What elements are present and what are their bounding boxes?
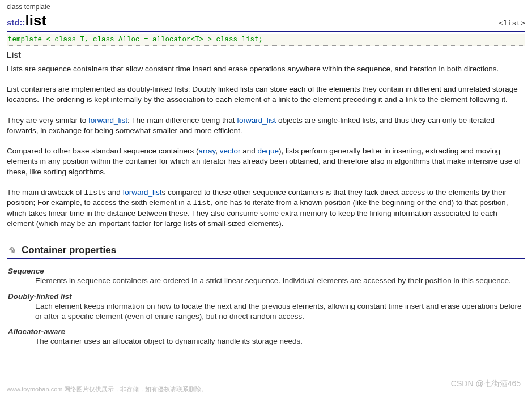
- def-term: Allocator-aware: [8, 327, 525, 336]
- array-link[interactable]: array: [198, 147, 215, 155]
- container-properties-list: Sequence Elements in sequence containers…: [8, 267, 525, 347]
- def-desc: Each element keeps information on how to…: [35, 301, 525, 322]
- def-desc: The container uses an allocator object t…: [35, 336, 525, 347]
- code-list-2: list: [193, 199, 211, 207]
- container-properties-title: Container properties: [22, 245, 116, 256]
- title-prefix: std::: [7, 18, 25, 27]
- paragraph-intro-1: Lists are sequence containers that allow…: [7, 64, 525, 74]
- def-term: Sequence: [8, 267, 525, 275]
- page-title: std::list: [7, 12, 46, 29]
- container-properties-header: Container properties: [7, 245, 525, 259]
- paragraph-compared: Compared to other base standard sequence…: [7, 146, 525, 177]
- deque-link[interactable]: deque: [258, 147, 279, 155]
- paragraph-intro-2: List containers are implemented as doubl…: [7, 84, 525, 105]
- title-name: list: [25, 12, 47, 29]
- header-include-tag: <list>: [499, 19, 525, 28]
- paragraph-forwardlist: They are very similar to forward_list: T…: [7, 116, 525, 136]
- def-term: Doubly-linked list: [8, 292, 525, 301]
- paragraph-drawback: The main drawback of lists and forward_l…: [7, 187, 525, 229]
- class-template-label: class template: [7, 3, 525, 11]
- text: : The main difference being that: [127, 116, 237, 125]
- code-list: list: [84, 189, 102, 197]
- template-signature: template < class T, class Alloc = alloca…: [7, 34, 525, 46]
- vector-link[interactable]: vector: [220, 147, 241, 155]
- forward-list-link-2[interactable]: forward_list: [237, 116, 276, 125]
- text: Compared to other base standard sequence…: [7, 147, 198, 155]
- def-desc: Elements in sequence containers are orde…: [35, 276, 525, 286]
- page-title-row: std::list <list>: [7, 12, 525, 32]
- fingerprint-icon: [7, 245, 17, 255]
- text: The main drawback of: [7, 188, 84, 197]
- text: ,: [215, 147, 220, 155]
- text: s and: [102, 188, 123, 197]
- forward-list-link-3[interactable]: forward_list: [123, 188, 162, 197]
- list-heading: List: [7, 50, 525, 59]
- text: They are very similar to: [7, 116, 88, 125]
- text: and: [241, 147, 258, 155]
- forward-list-link[interactable]: forward_list: [88, 116, 127, 125]
